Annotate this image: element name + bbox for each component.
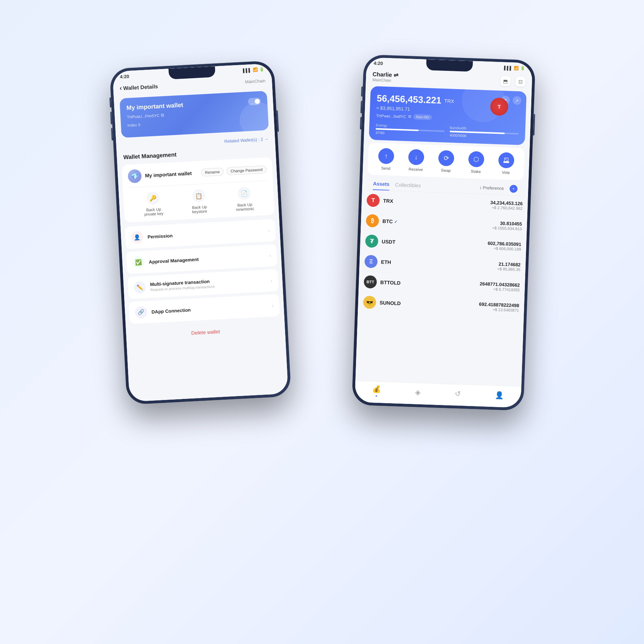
right-volume-up[interactable] bbox=[360, 101, 362, 113]
rename-button[interactable]: Rename bbox=[201, 167, 224, 176]
preference-button[interactable]: ↕ Preference bbox=[479, 185, 504, 191]
wallet-details-screen: 4:20 ▌▌▌ 📶 🔋 ‹ Wallet Details bbox=[112, 63, 288, 402]
multisig-arrow: › bbox=[270, 278, 273, 283]
right-signal-icon: ▌▌▌ bbox=[504, 65, 513, 70]
btt-symbol: BTTOLD bbox=[380, 279, 401, 286]
multisig-item[interactable]: ✏️ Multi-signature transaction Request o… bbox=[127, 269, 279, 299]
history-nav-icon: ↺ bbox=[455, 389, 461, 398]
eth-info: ETH bbox=[381, 259, 391, 265]
receive-icon: ↓ bbox=[408, 149, 425, 165]
silent-button[interactable] bbox=[109, 98, 111, 108]
power-button[interactable] bbox=[276, 110, 279, 132]
external-link-icon[interactable]: ↗ bbox=[513, 96, 522, 105]
mnemonic-icon: 📄 bbox=[238, 187, 251, 200]
wallet-name: Charlie ⇌ bbox=[372, 71, 398, 78]
balance-currency: TRX bbox=[444, 98, 454, 104]
key-icon: 🔑 bbox=[146, 191, 160, 205]
btt-amounts: 2648771.04328662 ≈$ 6.77419355 bbox=[479, 281, 520, 292]
back-button[interactable]: ‹ Wallet Details bbox=[119, 83, 158, 92]
non-hd-badge: Non-HD bbox=[413, 114, 432, 120]
volume-down-button[interactable] bbox=[111, 128, 113, 140]
assets-active-dot bbox=[376, 395, 377, 397]
wallet-action-buttons: Rename Change Password bbox=[201, 165, 267, 177]
approval-management-item[interactable]: ✅ Approval Management › bbox=[126, 244, 278, 274]
btc-icon: ₿ bbox=[366, 214, 379, 227]
backup-mnemonic[interactable]: 📄 Back Upmnemonic bbox=[235, 186, 254, 212]
right-volume-down[interactable] bbox=[360, 117, 362, 130]
receive-action[interactable]: ↓ Receive bbox=[408, 149, 424, 171]
sun-icon: 😎 bbox=[363, 296, 376, 309]
eth-amounts: 21.174682 ≈$ 85,885.35 bbox=[497, 261, 521, 272]
energy-stat: Energy 37/60 bbox=[375, 123, 445, 137]
right-notch bbox=[426, 59, 473, 72]
wallet-toggle[interactable] bbox=[248, 98, 261, 106]
eth-icon: Ξ bbox=[364, 255, 377, 268]
send-action[interactable]: ↑ Send bbox=[378, 148, 394, 171]
btt-info: BTTOLD bbox=[380, 279, 401, 286]
permission-icon: 👤 bbox=[131, 231, 144, 244]
usdt-icon: ₮ bbox=[365, 234, 378, 248]
copy-icon[interactable]: ⧉ bbox=[161, 113, 164, 118]
status-icons: ▌▌▌ 📶 🔋 bbox=[243, 67, 264, 73]
btt-icon: BTT bbox=[364, 275, 377, 288]
right-phone-screen: 4:20 ▌▌▌ 📶 🔋 Charlie ⇌ bbox=[355, 57, 532, 408]
volume-up-button[interactable] bbox=[110, 112, 112, 125]
usdt-amounts: 602,786.035091 ≈$ 606,000.199 bbox=[487, 240, 521, 251]
usdt-info: USDT bbox=[382, 239, 396, 245]
status-time: 4:20 bbox=[120, 74, 130, 79]
scan-icon-btn[interactable]: ⊡ bbox=[515, 76, 526, 87]
wallet-chain: MainChain bbox=[372, 78, 398, 83]
vote-action[interactable]: 🗳 Vote bbox=[498, 152, 514, 175]
swap-action[interactable]: ⟳ Swap bbox=[438, 150, 454, 172]
right-status-time: 4:20 bbox=[374, 60, 383, 66]
wallet-avatar: 💎 bbox=[128, 169, 142, 183]
balance-address: THPwer...5wtfYC bbox=[376, 113, 406, 119]
nav-collectibles[interactable]: ◈ bbox=[415, 388, 421, 397]
left-phone: 4:20 ▌▌▌ 📶 🔋 ‹ Wallet Details bbox=[109, 60, 292, 405]
multisig-content: Multi-signature transaction Request or p… bbox=[150, 278, 215, 292]
trx-symbol: TRX bbox=[383, 198, 394, 204]
action-buttons-row: ↑ Send ↓ Receive ⟳ Swap ⬡ bbox=[368, 143, 525, 180]
backup-keystore[interactable]: 📋 Back Upkeystore bbox=[191, 189, 207, 214]
nav-history[interactable]: ↺ bbox=[455, 389, 461, 398]
nav-assets[interactable]: 💰 bbox=[372, 385, 381, 397]
permission-item[interactable]: 👤 Permission › bbox=[125, 219, 276, 249]
vote-label: Vote bbox=[502, 170, 510, 175]
permission-arrow: › bbox=[268, 228, 270, 233]
collectibles-tab[interactable]: Collectibles bbox=[395, 179, 421, 191]
main-wallet-screen: 4:20 ▌▌▌ 📶 🔋 Charlie ⇌ bbox=[355, 57, 532, 408]
btc-verified-icon: ✓ bbox=[394, 219, 397, 224]
trx-info: TRX bbox=[383, 198, 394, 204]
add-asset-button[interactable]: + bbox=[509, 185, 518, 193]
bandwidth-stat: Bandwidth 4000/5000 bbox=[449, 126, 519, 140]
sun-info: SUNOLD bbox=[380, 300, 401, 306]
copy-addr-icon[interactable]: ⧉ bbox=[408, 114, 411, 119]
change-password-button[interactable]: Change Password bbox=[226, 165, 267, 175]
stake-action[interactable]: ⬡ Stake bbox=[468, 151, 484, 174]
receive-icon-btn[interactable]: ⬒ bbox=[500, 76, 511, 86]
wallet-card: My important wallet THPvaU...Fhn5YC ⧉ In… bbox=[119, 91, 269, 138]
back-arrow-icon: ‹ bbox=[119, 84, 122, 92]
sun-amounts: 692.418878222498 ≈$ 13.5483871 bbox=[479, 301, 519, 312]
balance-stats: Energy 37/60 Bandwidth bbox=[375, 123, 519, 140]
nav-profile[interactable]: 👤 bbox=[495, 391, 504, 400]
receive-label: Receive bbox=[409, 167, 423, 171]
assets-tab[interactable]: Assets bbox=[373, 178, 390, 191]
send-label: Send bbox=[381, 166, 390, 171]
dapp-connection-item[interactable]: 🔗 DApp Connection › bbox=[129, 294, 280, 324]
backup-private-key[interactable]: 🔑 Back Upprivate key bbox=[143, 191, 164, 216]
asset-list: T TRX 34,234,453.126 ≈$ 2,760,842.982 ₿ bbox=[358, 190, 528, 318]
wifi-icon: 📶 bbox=[253, 67, 258, 72]
right-wifi-icon: 📶 bbox=[514, 66, 519, 70]
eth-amount: 21.174682 bbox=[498, 261, 521, 267]
dapp-arrow: › bbox=[272, 303, 274, 308]
multisig-icon: ✏️ bbox=[133, 281, 146, 294]
eth-usd: ≈$ 85,885.35 bbox=[497, 267, 521, 272]
usdt-usd: ≈$ 606,000.199 bbox=[487, 246, 521, 251]
btc-info: BTC ✓ bbox=[382, 218, 398, 224]
vote-icon: 🗳 bbox=[498, 152, 514, 169]
page-title: Wallet Details bbox=[123, 83, 158, 91]
trx-icon: T bbox=[366, 194, 380, 207]
right-silent[interactable] bbox=[361, 87, 363, 97]
right-power[interactable] bbox=[533, 114, 535, 136]
